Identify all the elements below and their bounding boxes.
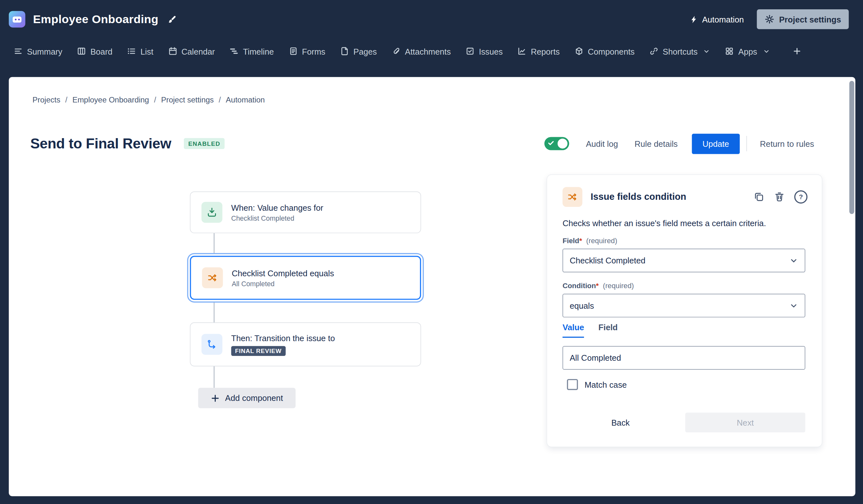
duplicate-button[interactable] — [753, 192, 764, 202]
project-title: Employee Onboarding — [33, 13, 159, 26]
required-text: (required) — [586, 236, 617, 245]
project-avatar-icon[interactable] — [9, 11, 25, 27]
chevron-down-icon — [703, 48, 710, 55]
nav-item-apps[interactable]: Apps — [725, 47, 770, 56]
board-icon — [77, 47, 86, 55]
value-input[interactable] — [562, 346, 805, 370]
nav-item-timeline[interactable]: Timeline — [230, 47, 274, 56]
timeline-icon — [230, 47, 238, 55]
match-case-label: Match case — [585, 380, 627, 389]
nav-item-pages[interactable]: Pages — [340, 47, 377, 56]
rule-actions: Audit log Rule details Update Return to … — [545, 133, 814, 154]
nav-label: Timeline — [243, 47, 274, 56]
nav-item-calendar[interactable]: Calendar — [168, 47, 215, 56]
value-changed-trigger-icon — [201, 202, 222, 223]
nav-label: List — [140, 47, 153, 56]
chevron-down-icon — [789, 301, 798, 310]
nav-item-summary[interactable]: Summary — [14, 47, 62, 56]
condition-card-text: Checklist Completed equals All Completed — [232, 268, 334, 287]
condition-select[interactable]: equals — [562, 294, 805, 318]
nav-item-components[interactable]: Components — [575, 47, 635, 56]
condition-select-value: equals — [570, 301, 594, 310]
condition-card-selected[interactable]: Checklist Completed equals All Completed — [190, 256, 421, 300]
nav-item-forms[interactable]: Forms — [289, 47, 325, 56]
gear-icon — [765, 14, 775, 24]
condition-label: Condition* (required) — [562, 282, 634, 290]
project-settings-button[interactable]: Project settings — [757, 9, 849, 29]
rule-enabled-toggle[interactable] — [545, 137, 569, 150]
breadcrumb-project[interactable]: Employee Onboarding — [72, 95, 149, 104]
nav-label: Board — [90, 47, 112, 56]
breadcrumb-project-settings[interactable]: Project settings — [161, 95, 214, 104]
audit-log-button[interactable]: Audit log — [586, 139, 618, 148]
breadcrumb-separator: / — [154, 95, 156, 104]
rule-details-button[interactable]: Rule details — [635, 139, 677, 148]
tab-field[interactable]: Field — [599, 323, 618, 338]
nav-label: Reports — [531, 47, 560, 56]
help-button[interactable]: ? — [794, 191, 808, 204]
field-select[interactable]: Checklist Completed — [562, 249, 805, 272]
components-icon — [575, 47, 583, 55]
plus-icon — [792, 47, 801, 55]
lightning-icon — [689, 15, 698, 24]
header-actions: Automation Project settings — [689, 9, 849, 29]
condition-label-text: Condition — [562, 282, 596, 290]
nav-item-issues[interactable]: Issues — [466, 47, 503, 56]
nav-label: Apps — [738, 47, 757, 56]
automation-label: Automation — [702, 14, 744, 24]
plus-icon — [211, 393, 220, 402]
inspector-header: Issue fields condition — [562, 187, 686, 207]
back-button[interactable]: Back — [608, 417, 633, 428]
summary-icon — [14, 47, 23, 55]
breadcrumb-automation: Automation — [226, 95, 265, 104]
nav-item-attachments[interactable]: Attachments — [392, 47, 451, 56]
add-component-label: Add component — [225, 393, 283, 402]
automation-link[interactable]: Automation — [689, 14, 744, 24]
paintbrush-icon[interactable] — [168, 15, 176, 24]
main-content: Projects / Employee Onboarding / Project… — [9, 77, 855, 496]
action-card-text: Then: Transition the issue to FINAL REVI… — [231, 333, 335, 356]
check-icon — [548, 140, 555, 146]
list-icon — [127, 47, 136, 55]
nav-label: Forms — [302, 47, 325, 56]
toggle-knob — [558, 139, 568, 149]
breadcrumb-projects[interactable]: Projects — [33, 95, 60, 104]
condition-subtitle: All Completed — [232, 280, 334, 287]
rule-header: Send to Final Review ENABLED Audit log R… — [30, 131, 814, 155]
condition-inspector-panel: Issue fields condition ? Checks whether … — [547, 175, 822, 447]
breadcrumb-separator: / — [219, 95, 221, 104]
add-component-button[interactable]: Add component — [198, 388, 296, 408]
nav-label: Shortcuts — [663, 47, 698, 56]
vertical-scrollbar-thumb[interactable] — [849, 81, 854, 214]
chevron-down-icon — [763, 48, 770, 55]
required-asterisk: * — [579, 236, 582, 245]
match-case-row[interactable]: Match case — [567, 379, 627, 390]
nav-item-list[interactable]: List — [127, 47, 153, 56]
trigger-subtitle: Checklist Completed — [231, 214, 323, 222]
shortcuts-icon — [650, 47, 658, 55]
reports-icon — [517, 47, 526, 55]
nav-label: Calendar — [181, 47, 215, 56]
value-field-tabs: Value Field — [562, 323, 618, 338]
match-case-checkbox[interactable] — [567, 379, 578, 390]
trigger-title: When: Value changes for — [231, 203, 323, 212]
trigger-card[interactable]: When: Value changes for Checklist Comple… — [190, 192, 421, 233]
return-to-rules-button[interactable]: Return to rules — [760, 139, 814, 148]
nav-item-board[interactable]: Board — [77, 47, 112, 56]
breadcrumb-separator: / — [65, 95, 67, 104]
project-nav: Summary Board List Calendar Timeline For… — [0, 39, 863, 64]
delete-button[interactable] — [774, 192, 785, 202]
breadcrumb: Projects / Employee Onboarding / Project… — [33, 95, 265, 104]
field-label-text: Field — [562, 236, 579, 245]
nav-label: Attachments — [405, 47, 451, 56]
tab-value[interactable]: Value — [562, 323, 584, 338]
update-button[interactable]: Update — [692, 133, 740, 154]
nav-item-shortcuts[interactable]: Shortcuts — [650, 47, 710, 56]
pages-icon — [340, 47, 349, 55]
action-card[interactable]: Then: Transition the issue to FINAL REVI… — [190, 323, 421, 366]
next-button[interactable]: Next — [685, 412, 805, 432]
attachments-icon — [392, 47, 400, 55]
nav-item-reports[interactable]: Reports — [517, 47, 560, 56]
add-nav-item-button[interactable] — [792, 47, 801, 55]
header-row-project: Employee Onboarding Automation Project s… — [0, 0, 863, 39]
